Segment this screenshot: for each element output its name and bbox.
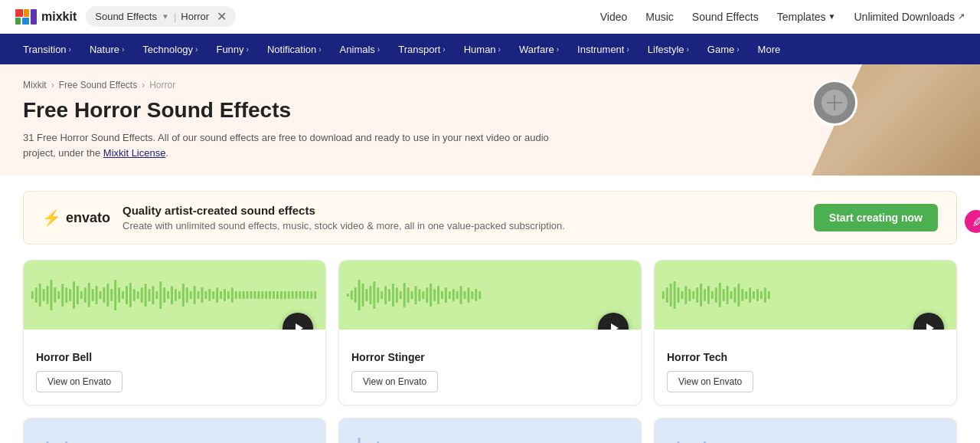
cat-technology[interactable]: Technology › bbox=[135, 39, 205, 60]
chevron-icon: › bbox=[737, 45, 739, 54]
svg-rect-48 bbox=[182, 284, 185, 307]
svg-rect-97 bbox=[392, 284, 394, 307]
search-filter-label: Sound Effects bbox=[95, 11, 157, 22]
svg-rect-148 bbox=[760, 291, 763, 299]
templates-dropdown-icon: ▼ bbox=[828, 12, 836, 21]
svg-rect-101 bbox=[407, 287, 410, 303]
waveform-horror-tech[interactable] bbox=[655, 261, 956, 330]
svg-rect-98 bbox=[396, 287, 398, 303]
svg-rect-87 bbox=[354, 287, 357, 303]
logo[interactable]: mixkit bbox=[15, 9, 77, 25]
envato-subtext: Create with unlimited sound effects, mus… bbox=[122, 220, 565, 231]
cat-more[interactable]: More bbox=[750, 39, 789, 60]
search-bar[interactable]: Sound Effects ▼ | Horror ✕ bbox=[86, 6, 236, 27]
cat-notification[interactable]: Notification › bbox=[260, 39, 329, 60]
svg-rect-25 bbox=[96, 286, 98, 304]
feedback-button[interactable]: ✎ bbox=[965, 210, 980, 233]
svg-rect-59 bbox=[224, 289, 226, 301]
waveform-visual bbox=[655, 430, 956, 443]
svg-rect-118 bbox=[471, 291, 473, 299]
svg-rect-4 bbox=[31, 9, 37, 25]
cat-animals[interactable]: Animals › bbox=[332, 39, 388, 60]
sound-card-cinematic-whoosh: Cinematic whoosh deep impact Impact Cine… bbox=[338, 418, 642, 443]
waveform-cinematic-whoosh[interactable] bbox=[339, 418, 641, 443]
cat-lifestyle[interactable]: Lifestyle › bbox=[640, 39, 697, 60]
svg-rect-58 bbox=[220, 291, 222, 299]
view-on-envato-button-3[interactable]: View on Envato bbox=[667, 371, 753, 392]
chevron-icon: › bbox=[377, 45, 380, 54]
waveform-horror-bell[interactable] bbox=[24, 261, 325, 330]
waveform-cinematic-horror-trailer[interactable] bbox=[655, 418, 956, 443]
svg-rect-140 bbox=[730, 291, 733, 299]
svg-rect-93 bbox=[377, 287, 379, 303]
cat-transition[interactable]: Transition › bbox=[15, 39, 79, 60]
cat-transport[interactable]: Transport › bbox=[390, 39, 453, 60]
cat-instrument[interactable]: Instrument › bbox=[570, 39, 637, 60]
svg-rect-9 bbox=[35, 287, 38, 303]
nav-templates-link[interactable]: Templates ▼ bbox=[777, 11, 836, 23]
svg-rect-124 bbox=[670, 284, 672, 307]
svg-marker-121 bbox=[611, 323, 619, 330]
svg-rect-99 bbox=[400, 291, 402, 299]
svg-rect-129 bbox=[688, 289, 691, 301]
svg-rect-31 bbox=[118, 287, 120, 303]
nav-music-link[interactable]: Music bbox=[645, 11, 674, 23]
nav-unlimited-link[interactable]: Unlimited Downloads ↗ bbox=[854, 11, 965, 23]
view-on-envato-button-1[interactable]: View on Envato bbox=[36, 371, 122, 392]
cat-warfare[interactable]: Warfare › bbox=[511, 39, 567, 60]
svg-rect-110 bbox=[441, 291, 443, 299]
svg-rect-78 bbox=[296, 291, 298, 299]
svg-rect-125 bbox=[674, 281, 676, 309]
waveform-visual bbox=[339, 430, 641, 443]
svg-rect-106 bbox=[426, 287, 428, 303]
svg-rect-72 bbox=[273, 291, 275, 299]
search-clear-button[interactable]: ✕ bbox=[217, 9, 227, 24]
svg-rect-12 bbox=[47, 286, 49, 304]
svg-marker-151 bbox=[926, 323, 934, 330]
sound-card-horror-bell: Horror Bell View on Envato bbox=[23, 260, 326, 405]
cat-nature[interactable]: Nature › bbox=[82, 39, 132, 60]
svg-rect-43 bbox=[163, 287, 165, 303]
cat-human[interactable]: Human › bbox=[456, 39, 508, 60]
chevron-icon: › bbox=[122, 45, 124, 54]
svg-rect-60 bbox=[227, 291, 230, 299]
svg-rect-65 bbox=[247, 291, 249, 299]
svg-rect-136 bbox=[715, 287, 717, 303]
svg-rect-70 bbox=[265, 291, 267, 299]
waveform-horror-stinger[interactable] bbox=[339, 261, 641, 330]
start-creating-button[interactable]: Start creating now bbox=[814, 204, 938, 231]
card-body-horror-bell: Horror Bell View on Envato bbox=[24, 330, 325, 405]
svg-rect-114 bbox=[456, 291, 459, 299]
nav-video-link[interactable]: Video bbox=[600, 11, 628, 23]
breadcrumb-home[interactable]: Mixkit bbox=[23, 80, 47, 90]
svg-rect-132 bbox=[700, 284, 702, 307]
chevron-icon: › bbox=[557, 45, 559, 54]
waveform-visual bbox=[655, 272, 956, 318]
svg-rect-117 bbox=[467, 287, 469, 303]
svg-rect-119 bbox=[475, 289, 477, 301]
svg-rect-41 bbox=[155, 291, 158, 299]
svg-rect-11 bbox=[43, 289, 45, 301]
breadcrumb-sound-effects[interactable]: Free Sound Effects bbox=[59, 80, 138, 90]
svg-rect-103 bbox=[415, 286, 417, 304]
svg-rect-44 bbox=[167, 291, 169, 299]
svg-rect-64 bbox=[243, 291, 245, 299]
nav-sound-effects-link[interactable]: Sound Effects bbox=[692, 11, 759, 23]
cat-game[interactable]: Game › bbox=[700, 39, 747, 60]
svg-rect-40 bbox=[152, 286, 154, 304]
cat-funny[interactable]: Funny › bbox=[208, 39, 256, 60]
view-on-envato-button-2[interactable]: View on Envato bbox=[351, 371, 438, 392]
breadcrumb-current: Horror bbox=[149, 80, 175, 90]
waveform-wolves[interactable] bbox=[24, 418, 325, 443]
svg-rect-184 bbox=[358, 438, 361, 443]
svg-rect-26 bbox=[100, 291, 102, 299]
svg-rect-73 bbox=[276, 291, 279, 299]
chevron-icon: › bbox=[247, 45, 249, 54]
svg-rect-37 bbox=[141, 287, 143, 303]
hero-description: 31 Free Horror Sound Effects. All of our… bbox=[23, 130, 559, 160]
svg-rect-81 bbox=[306, 291, 309, 299]
hero-decoration-circle bbox=[812, 80, 858, 126]
svg-rect-120 bbox=[479, 291, 481, 299]
svg-rect-29 bbox=[110, 289, 113, 301]
license-link[interactable]: Mixkit License bbox=[103, 147, 166, 159]
